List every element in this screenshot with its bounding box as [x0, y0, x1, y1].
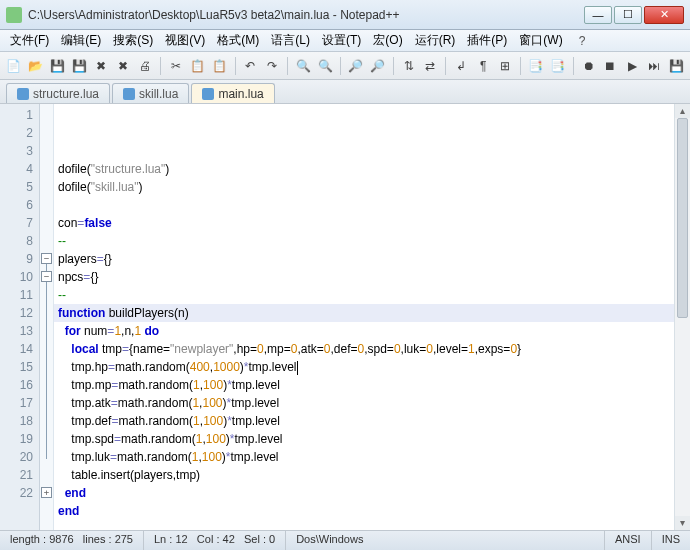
- vertical-scrollbar[interactable]: ▴ ▾: [674, 104, 690, 530]
- file-icon: [123, 88, 135, 100]
- tab-structure[interactable]: structure.lua: [6, 83, 110, 103]
- minimize-button[interactable]: —: [584, 6, 612, 24]
- doc-map-icon[interactable]: 📑: [548, 56, 568, 76]
- scroll-down-icon[interactable]: ▾: [675, 516, 690, 530]
- tab-bar: structure.lua skill.lua main.lua: [0, 80, 690, 104]
- menu-format[interactable]: 格式(M): [211, 30, 265, 51]
- cut-icon[interactable]: ✂: [166, 56, 186, 76]
- find-icon[interactable]: 🔍: [293, 56, 313, 76]
- status-length: length : 9876 lines : 275: [0, 531, 144, 550]
- play-multi-icon[interactable]: ⏭: [644, 56, 664, 76]
- menu-edit[interactable]: 编辑(E): [55, 30, 107, 51]
- scroll-up-icon[interactable]: ▴: [675, 104, 690, 118]
- sync-h-icon[interactable]: ⇄: [421, 56, 441, 76]
- function-list-icon[interactable]: 📑: [526, 56, 546, 76]
- paste-icon[interactable]: 📋: [210, 56, 230, 76]
- menu-search[interactable]: 搜索(S): [107, 30, 159, 51]
- print-icon[interactable]: 🖨: [135, 56, 155, 76]
- status-cursor: Ln : 12 Col : 42 Sel : 0: [144, 531, 286, 550]
- toolbar: 📄 📂 💾 💾 ✖ ✖ 🖨 ✂ 📋 📋 ↶ ↷ 🔍 🔍 🔎 🔎 ⇅ ⇄ ↲ ¶ …: [0, 52, 690, 80]
- tab-skill[interactable]: skill.lua: [112, 83, 189, 103]
- new-file-icon[interactable]: 📄: [4, 56, 24, 76]
- save-all-icon[interactable]: 💾: [70, 56, 90, 76]
- editor[interactable]: 12345678910111213141516171819202122 −−+ …: [0, 104, 690, 530]
- toolbar-sep: [340, 57, 341, 75]
- code-area[interactable]: dofile("structure.lua")dofile("skill.lua…: [54, 104, 674, 530]
- toolbar-sep: [520, 57, 521, 75]
- toolbar-sep: [393, 57, 394, 75]
- status-bar: length : 9876 lines : 275 Ln : 12 Col : …: [0, 530, 690, 550]
- status-mode: INS: [652, 531, 690, 550]
- menu-macro[interactable]: 宏(O): [367, 30, 408, 51]
- save-icon[interactable]: 💾: [48, 56, 68, 76]
- menu-file[interactable]: 文件(F): [4, 30, 55, 51]
- redo-icon[interactable]: ↷: [262, 56, 282, 76]
- copy-icon[interactable]: 📋: [188, 56, 208, 76]
- menu-help[interactable]: ?: [573, 32, 592, 50]
- tab-label: structure.lua: [33, 87, 99, 101]
- toolbar-sep: [235, 57, 236, 75]
- tab-main[interactable]: main.lua: [191, 83, 274, 103]
- toolbar-sep: [445, 57, 446, 75]
- close-file-icon[interactable]: ✖: [91, 56, 111, 76]
- record-macro-icon[interactable]: ⏺: [579, 56, 599, 76]
- tab-label: main.lua: [218, 87, 263, 101]
- window-title: C:\Users\Administrator\Desktop\LuaR5v3 b…: [28, 8, 582, 22]
- showall-icon[interactable]: ¶: [473, 56, 493, 76]
- menu-language[interactable]: 语言(L): [265, 30, 316, 51]
- toolbar-sep: [287, 57, 288, 75]
- line-number-gutter: 12345678910111213141516171819202122: [0, 104, 40, 530]
- file-icon: [202, 88, 214, 100]
- save-macro-icon[interactable]: 💾: [666, 56, 686, 76]
- replace-icon[interactable]: 🔍: [315, 56, 335, 76]
- fold-gutter[interactable]: −−+: [40, 104, 54, 530]
- sync-v-icon[interactable]: ⇅: [399, 56, 419, 76]
- menu-run[interactable]: 运行(R): [409, 30, 462, 51]
- play-macro-icon[interactable]: ▶: [622, 56, 642, 76]
- menu-plugins[interactable]: 插件(P): [461, 30, 513, 51]
- zoom-out-icon[interactable]: 🔎: [368, 56, 388, 76]
- open-file-icon[interactable]: 📂: [26, 56, 46, 76]
- menu-settings[interactable]: 设置(T): [316, 30, 367, 51]
- tab-label: skill.lua: [139, 87, 178, 101]
- status-encoding: ANSI: [605, 531, 652, 550]
- menu-window[interactable]: 窗口(W): [513, 30, 568, 51]
- indent-guide-icon[interactable]: ⊞: [495, 56, 515, 76]
- file-icon: [17, 88, 29, 100]
- stop-macro-icon[interactable]: ⏹: [601, 56, 621, 76]
- toolbar-sep: [160, 57, 161, 75]
- zoom-in-icon[interactable]: 🔎: [346, 56, 366, 76]
- wordwrap-icon[interactable]: ↲: [451, 56, 471, 76]
- menu-bar: 文件(F) 编辑(E) 搜索(S) 视图(V) 格式(M) 语言(L) 设置(T…: [0, 30, 690, 52]
- toolbar-sep: [573, 57, 574, 75]
- title-bar: C:\Users\Administrator\Desktop\LuaR5v3 b…: [0, 0, 690, 30]
- maximize-button[interactable]: ☐: [614, 6, 642, 24]
- close-button[interactable]: ✕: [644, 6, 684, 24]
- status-eol: Dos\Windows: [286, 531, 605, 550]
- scrollbar-thumb[interactable]: [677, 118, 688, 318]
- close-all-icon[interactable]: ✖: [113, 56, 133, 76]
- menu-view[interactable]: 视图(V): [159, 30, 211, 51]
- app-icon: [6, 7, 22, 23]
- undo-icon[interactable]: ↶: [241, 56, 261, 76]
